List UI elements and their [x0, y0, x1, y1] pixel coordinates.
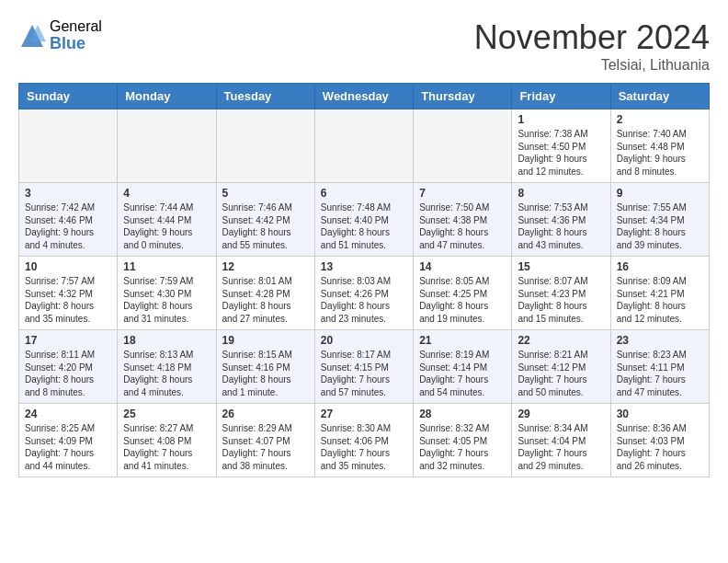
col-tuesday: Tuesday [216, 84, 314, 109]
day-number: 13 [321, 260, 407, 273]
day-number: 22 [518, 334, 604, 347]
day-info: Sunrise: 8:13 AM Sunset: 4:18 PM Dayligh… [123, 349, 210, 398]
table-cell: 15Sunrise: 8:07 AM Sunset: 4:23 PM Dayli… [512, 257, 610, 330]
day-number: 24 [25, 408, 111, 420]
day-info: Sunrise: 8:09 AM Sunset: 4:21 PM Dayligh… [617, 275, 703, 325]
col-sunday: Sunday [19, 84, 118, 109]
day-info: Sunrise: 8:15 AM Sunset: 4:16 PM Dayligh… [222, 349, 309, 398]
table-cell: 12Sunrise: 8:01 AM Sunset: 4:28 PM Dayli… [216, 257, 314, 330]
day-info: Sunrise: 8:30 AM Sunset: 4:06 PM Dayligh… [321, 422, 407, 472]
day-number: 6 [321, 187, 407, 200]
table-cell: 2Sunrise: 7:40 AM Sunset: 4:48 PM Daylig… [610, 109, 709, 183]
day-info: Sunrise: 8:11 AM Sunset: 4:20 PM Dayligh… [25, 349, 111, 398]
calendar-row: 24Sunrise: 8:25 AM Sunset: 4:09 PM Dayli… [19, 404, 710, 477]
table-cell: 19Sunrise: 8:15 AM Sunset: 4:16 PM Dayli… [216, 330, 314, 404]
logo-general: General [50, 18, 102, 35]
table-cell: 16Sunrise: 8:09 AM Sunset: 4:21 PM Dayli… [610, 257, 709, 330]
table-cell: 7Sunrise: 7:50 AM Sunset: 4:38 PM Daylig… [414, 183, 512, 257]
day-number: 28 [419, 408, 506, 420]
day-number: 14 [419, 260, 506, 273]
logo-icon [18, 22, 46, 50]
day-number: 8 [518, 187, 604, 200]
day-number: 19 [222, 334, 309, 347]
day-info: Sunrise: 8:23 AM Sunset: 4:11 PM Dayligh… [617, 349, 703, 398]
table-cell: 14Sunrise: 8:05 AM Sunset: 4:25 PM Dayli… [414, 257, 512, 330]
calendar-row: 10Sunrise: 7:57 AM Sunset: 4:32 PM Dayli… [19, 257, 710, 330]
day-info: Sunrise: 7:50 AM Sunset: 4:38 PM Dayligh… [419, 201, 506, 251]
table-cell: 18Sunrise: 8:13 AM Sunset: 4:18 PM Dayli… [118, 330, 216, 404]
day-number: 29 [518, 408, 604, 420]
table-cell: 26Sunrise: 8:29 AM Sunset: 4:07 PM Dayli… [216, 404, 314, 477]
table-cell: 11Sunrise: 7:59 AM Sunset: 4:30 PM Dayli… [118, 257, 216, 330]
month-title: November 2024 [474, 18, 710, 57]
day-info: Sunrise: 7:53 AM Sunset: 4:36 PM Dayligh… [518, 201, 604, 251]
col-friday: Friday [512, 84, 610, 109]
day-info: Sunrise: 8:25 AM Sunset: 4:09 PM Dayligh… [25, 422, 111, 472]
day-number: 17 [25, 334, 111, 347]
day-number: 30 [617, 408, 703, 420]
day-number: 27 [321, 408, 407, 420]
day-info: Sunrise: 7:48 AM Sunset: 4:40 PM Dayligh… [321, 201, 407, 251]
day-number: 21 [419, 334, 506, 347]
day-number: 4 [123, 187, 210, 200]
table-cell: 10Sunrise: 7:57 AM Sunset: 4:32 PM Dayli… [19, 257, 118, 330]
page-header: General Blue November 2024 Telsiai, Lith… [18, 18, 710, 74]
logo: General Blue [18, 18, 102, 52]
day-info: Sunrise: 7:38 AM Sunset: 4:50 PM Dayligh… [518, 128, 604, 178]
day-info: Sunrise: 7:44 AM Sunset: 4:44 PM Dayligh… [123, 201, 210, 251]
table-cell [414, 109, 512, 183]
table-cell [118, 109, 216, 183]
table-cell: 9Sunrise: 7:55 AM Sunset: 4:34 PM Daylig… [610, 183, 709, 257]
day-info: Sunrise: 8:03 AM Sunset: 4:26 PM Dayligh… [321, 275, 407, 325]
day-info: Sunrise: 8:27 AM Sunset: 4:08 PM Dayligh… [123, 422, 210, 472]
table-cell: 30Sunrise: 8:36 AM Sunset: 4:03 PM Dayli… [610, 404, 709, 477]
day-info: Sunrise: 8:07 AM Sunset: 4:23 PM Dayligh… [518, 275, 604, 325]
day-number: 23 [617, 334, 703, 347]
day-info: Sunrise: 8:21 AM Sunset: 4:12 PM Dayligh… [518, 349, 604, 398]
day-number: 5 [222, 187, 309, 200]
col-saturday: Saturday [610, 84, 709, 109]
calendar-table: Sunday Monday Tuesday Wednesday Thursday… [18, 83, 710, 477]
table-cell: 22Sunrise: 8:21 AM Sunset: 4:12 PM Dayli… [512, 330, 610, 404]
day-info: Sunrise: 8:17 AM Sunset: 4:15 PM Dayligh… [321, 349, 407, 398]
table-cell: 27Sunrise: 8:30 AM Sunset: 4:06 PM Dayli… [314, 404, 413, 477]
table-cell: 25Sunrise: 8:27 AM Sunset: 4:08 PM Dayli… [118, 404, 216, 477]
day-info: Sunrise: 8:34 AM Sunset: 4:04 PM Dayligh… [518, 422, 604, 472]
table-cell: 6Sunrise: 7:48 AM Sunset: 4:40 PM Daylig… [314, 183, 413, 257]
logo-blue: Blue [50, 35, 102, 53]
table-cell: 29Sunrise: 8:34 AM Sunset: 4:04 PM Dayli… [512, 404, 610, 477]
day-number: 15 [518, 260, 604, 273]
table-cell: 23Sunrise: 8:23 AM Sunset: 4:11 PM Dayli… [610, 330, 709, 404]
table-cell [216, 109, 314, 183]
table-cell [314, 109, 413, 183]
day-number: 26 [222, 408, 309, 420]
table-cell: 21Sunrise: 8:19 AM Sunset: 4:14 PM Dayli… [414, 330, 512, 404]
col-wednesday: Wednesday [314, 84, 413, 109]
day-number: 3 [25, 187, 111, 200]
table-cell: 17Sunrise: 8:11 AM Sunset: 4:20 PM Dayli… [19, 330, 118, 404]
table-cell: 28Sunrise: 8:32 AM Sunset: 4:05 PM Dayli… [414, 404, 512, 477]
day-info: Sunrise: 7:59 AM Sunset: 4:30 PM Dayligh… [123, 275, 210, 325]
day-number: 12 [222, 260, 309, 273]
calendar-row: 1Sunrise: 7:38 AM Sunset: 4:50 PM Daylig… [19, 109, 710, 183]
day-info: Sunrise: 7:42 AM Sunset: 4:46 PM Dayligh… [25, 201, 111, 251]
day-number: 7 [419, 187, 506, 200]
day-info: Sunrise: 7:46 AM Sunset: 4:42 PM Dayligh… [222, 201, 309, 251]
day-number: 16 [617, 260, 703, 273]
logo-text: General Blue [50, 18, 102, 52]
day-info: Sunrise: 8:36 AM Sunset: 4:03 PM Dayligh… [617, 422, 703, 472]
day-info: Sunrise: 7:57 AM Sunset: 4:32 PM Dayligh… [25, 275, 111, 325]
day-number: 1 [518, 113, 604, 126]
day-number: 20 [321, 334, 407, 347]
day-number: 18 [123, 334, 210, 347]
header-row: Sunday Monday Tuesday Wednesday Thursday… [19, 84, 710, 109]
day-info: Sunrise: 8:29 AM Sunset: 4:07 PM Dayligh… [222, 422, 309, 472]
day-info: Sunrise: 8:32 AM Sunset: 4:05 PM Dayligh… [419, 422, 506, 472]
table-cell: 20Sunrise: 8:17 AM Sunset: 4:15 PM Dayli… [314, 330, 413, 404]
table-cell: 3Sunrise: 7:42 AM Sunset: 4:46 PM Daylig… [19, 183, 118, 257]
table-cell: 24Sunrise: 8:25 AM Sunset: 4:09 PM Dayli… [19, 404, 118, 477]
location: Telsiai, Lithuania [474, 57, 710, 74]
col-monday: Monday [118, 84, 216, 109]
day-number: 11 [123, 260, 210, 273]
table-cell: 4Sunrise: 7:44 AM Sunset: 4:44 PM Daylig… [118, 183, 216, 257]
